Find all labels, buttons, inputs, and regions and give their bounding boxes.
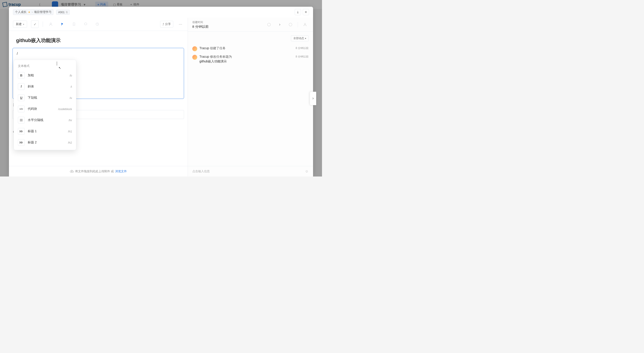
activity-user: Tracup	[200, 55, 209, 58]
slash-label: 斜体	[28, 85, 68, 89]
slash-shortcut: /u	[70, 96, 72, 100]
clock-icon[interactable]	[94, 20, 101, 28]
svg-point-8	[289, 23, 292, 26]
h2-icon: H2	[18, 139, 24, 146]
breadcrumb-sep: ›	[32, 11, 33, 14]
next-time-icon[interactable]	[287, 21, 294, 28]
prev-time-icon[interactable]	[266, 21, 272, 28]
svg-point-0	[50, 23, 52, 24]
task-main-panel: 新建 ▾ ✓	[9, 18, 188, 177]
activity-time: 8 分钟以前	[296, 55, 308, 64]
breadcrumb-project[interactable]: 项目管理学习	[34, 10, 52, 14]
chevron-down-icon: ▾	[305, 37, 306, 40]
task-detail-modal: 个人成长 ✦ › 项目管理学习 #001 ⎘ ⤓ ✕ 新建 ▾ ✓	[9, 7, 313, 177]
slash-shortcut: /i	[71, 85, 72, 88]
task-id-pill[interactable]: #001 ⎘	[56, 10, 70, 15]
description-editor[interactable]: / ↖ 文本格式 B 加粗 /b I 斜体	[12, 48, 184, 99]
activity-panel: 创建时间 8 分钟以前	[188, 18, 313, 177]
code-icon: </>	[18, 106, 24, 112]
upload-text: 将文件拖放到此处上传附件 或	[75, 169, 114, 173]
activity-filter-button[interactable]: 全部动态 ▾	[291, 35, 308, 41]
slash-menu-header: 文本格式	[14, 62, 76, 70]
cloud-upload-icon	[70, 169, 74, 173]
activity-action: 修改任务标题为	[210, 55, 232, 58]
divider	[43, 22, 43, 27]
activity-detail: github嵌入功能演示	[200, 60, 294, 64]
slash-item-bold[interactable]: B 加粗 /b	[14, 70, 76, 81]
slash-label: 标题 2	[28, 141, 65, 145]
svg-point-9	[304, 23, 306, 25]
complete-button[interactable]: ✓	[31, 20, 39, 28]
slash-label: 代码块	[28, 107, 55, 111]
assignee-icon[interactable]	[47, 20, 54, 28]
watchers-icon[interactable]	[302, 21, 308, 28]
comment-footer: 点击输入信息 ☺	[188, 166, 313, 177]
chevron-right-icon[interactable]	[276, 21, 283, 28]
avatar	[192, 55, 197, 60]
text-caret	[57, 62, 57, 66]
minimize-button[interactable]: ⤓	[295, 9, 301, 15]
breadcrumb-root[interactable]: 个人成长	[15, 10, 26, 14]
cursor-icon: ↖	[58, 66, 61, 70]
browse-link[interactable]: 浏览文件	[115, 169, 127, 173]
share-icon: ⤴	[162, 23, 164, 26]
created-value: 8 分钟以前	[192, 25, 262, 29]
hr-icon	[18, 117, 24, 124]
right-header: 创建时间 8 分钟以前	[188, 18, 313, 32]
underline-icon: U	[18, 94, 24, 101]
slash-shortcut: /codeblock	[58, 107, 72, 111]
new-button[interactable]: 新建 ▾	[13, 21, 27, 28]
task-toolbar: 新建 ▾ ✓	[9, 18, 188, 31]
slash-item-h1[interactable]: H1 标题 1 /h1	[14, 126, 76, 137]
activity-time: 8 分钟以前	[296, 46, 308, 51]
chevron-down-icon: ▾	[23, 23, 24, 26]
slash-label: 标题 1	[28, 129, 65, 133]
expand-panel-tab[interactable]	[310, 92, 316, 105]
slash-item-h2[interactable]: H2 标题 2 /h2	[14, 137, 76, 148]
flag-icon[interactable]	[58, 20, 66, 28]
activity-item: Tracup 修改任务标题为 github嵌入功能演示 8 分钟以前	[192, 53, 308, 65]
task-title[interactable]: github嵌入功能演示	[12, 36, 184, 48]
italic-icon: I	[18, 83, 24, 90]
slash-item-codeblock[interactable]: </> 代码块 /codeblock	[14, 103, 76, 115]
slash-item-underline[interactable]: U 下划线 /u	[14, 92, 76, 103]
slash-shortcut: /b	[70, 74, 72, 77]
slash-shortcut: /h2	[68, 141, 72, 144]
slash-shortcut: /h1	[68, 130, 72, 133]
more-button[interactable]: ⋯	[177, 21, 184, 27]
comment-input[interactable]: 点击输入信息	[192, 169, 305, 173]
breadcrumb-bar: 个人成长 ✦ › 项目管理学习 #001 ⎘ ⤓ ✕	[9, 7, 313, 18]
upload-footer[interactable]: 将文件拖放到此处上传附件 或 浏览文件	[9, 166, 188, 177]
slash-label: 加粗	[28, 73, 66, 77]
avatar	[192, 46, 197, 51]
bookmark-icon[interactable]	[70, 20, 78, 28]
svg-point-7	[268, 23, 270, 26]
activity-action: 创建了任务	[210, 46, 226, 50]
created-label: 创建时间	[192, 20, 262, 24]
activity-user: Tracup	[200, 46, 209, 50]
emoji-icon[interactable]: ☺	[305, 169, 308, 173]
share-button[interactable]: ⤴ 分享	[160, 21, 173, 28]
close-button[interactable]: ✕	[303, 9, 309, 15]
bold-icon: B	[18, 72, 24, 79]
slash-item-italic[interactable]: I 斜体 /i	[14, 81, 76, 92]
box-icon[interactable]	[82, 20, 90, 28]
copy-icon[interactable]: ⎘	[66, 11, 68, 14]
slash-item-hr[interactable]: 水平分隔线 /hr	[14, 115, 76, 126]
activity-item: Tracup 创建了任务 8 分钟以前	[192, 45, 308, 53]
slash-label: 下划线	[28, 96, 66, 100]
editor-text[interactable]: /	[17, 52, 180, 56]
h1-icon: H1	[18, 128, 24, 135]
slash-label: 水平分隔线	[28, 118, 66, 122]
slash-shortcut: /hr	[69, 119, 72, 122]
breadcrumb[interactable]: 个人成长 ✦ › 项目管理学习	[13, 9, 54, 15]
slash-command-menu: ↖ 文本格式 B 加粗 /b I 斜体 /i U	[14, 60, 76, 150]
